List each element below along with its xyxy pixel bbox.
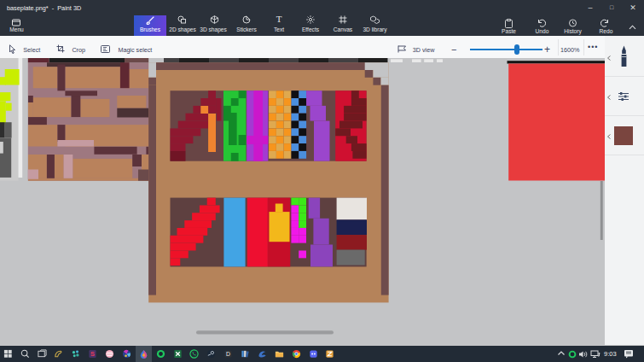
svg-text:D: D — [226, 351, 230, 357]
svg-text:S: S — [90, 350, 95, 358]
